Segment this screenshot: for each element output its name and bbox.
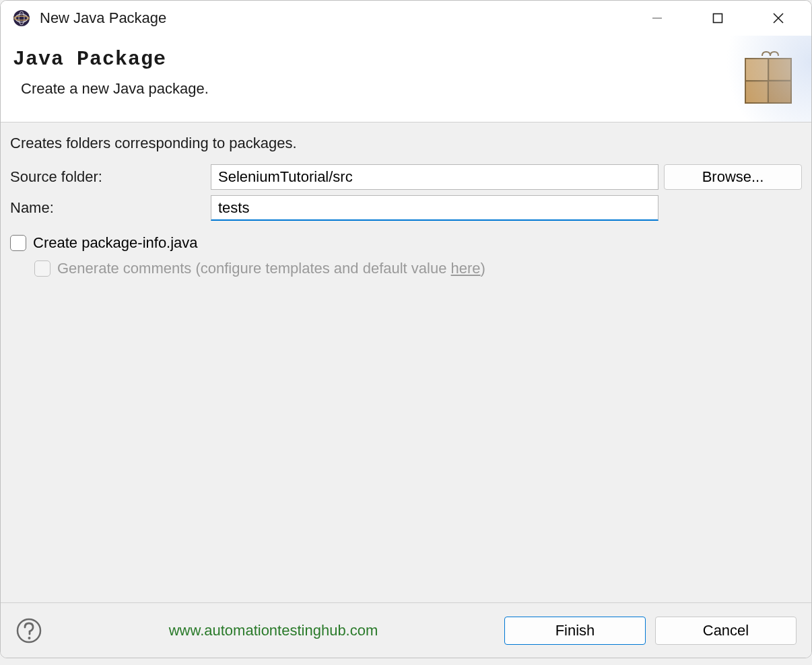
svg-rect-11 (746, 59, 768, 80)
source-folder-row: Source folder: Browse... (10, 164, 802, 190)
dialog-header: Java Package Create a new Java package. (1, 36, 811, 123)
body-description: Creates folders corresponding to package… (10, 135, 802, 152)
generate-comments-row: Generate comments (configure templates a… (10, 260, 802, 277)
dialog-body: Creates folders corresponding to package… (1, 123, 811, 602)
close-icon (772, 11, 785, 25)
watermark-text: www.automationtestinghub.com (169, 622, 378, 639)
svg-rect-12 (769, 81, 790, 102)
close-button[interactable] (748, 1, 809, 36)
dialog-window: New Java Package Java Package Create a n… (0, 0, 812, 658)
help-icon (15, 617, 42, 644)
package-info-label: Create package-info.java (33, 234, 198, 252)
here-link[interactable]: here (451, 260, 481, 277)
source-folder-label: Source folder: (10, 168, 205, 186)
help-button[interactable] (15, 617, 42, 644)
eclipse-icon (13, 9, 30, 27)
browse-button[interactable]: Browse... (664, 164, 802, 190)
maximize-icon (711, 11, 724, 25)
minimize-icon (650, 11, 664, 25)
package-info-checkbox-row: Create package-info.java (10, 234, 802, 252)
package-icon (739, 49, 795, 106)
source-folder-input[interactable] (211, 164, 658, 190)
name-label: Name: (10, 199, 205, 217)
package-info-checkbox[interactable] (10, 235, 26, 251)
svg-point-14 (28, 637, 31, 639)
svg-rect-5 (714, 14, 722, 23)
window-controls (627, 1, 809, 36)
maximize-button[interactable] (687, 1, 748, 36)
name-input[interactable] (211, 195, 658, 221)
name-row: Name: (10, 195, 802, 221)
generate-comments-text-post: ) (481, 260, 485, 277)
minimize-button[interactable] (627, 1, 687, 36)
titlebar: New Java Package (1, 1, 811, 36)
window-title: New Java Package (40, 9, 627, 27)
generate-comments-text-pre: Generate comments (configure templates a… (57, 260, 451, 277)
cancel-button[interactable]: Cancel (655, 617, 797, 645)
generate-comments-label: Generate comments (configure templates a… (57, 260, 485, 277)
dialog-footer: www.automationtestinghub.com Finish Canc… (1, 602, 811, 658)
generate-comments-checkbox (34, 260, 50, 277)
header-title: Java Package (13, 48, 739, 71)
finish-button[interactable]: Finish (504, 617, 646, 645)
header-subtitle: Create a new Java package. (13, 80, 739, 98)
